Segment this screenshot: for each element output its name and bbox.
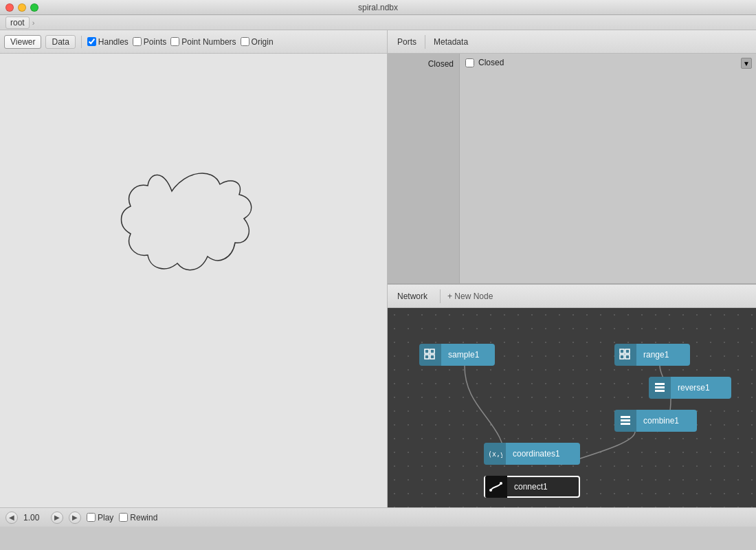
xy-icon: (x,y)	[487, 448, 502, 460]
play-label: Play	[98, 513, 113, 522]
maximize-button[interactable]	[30, 3, 38, 12]
svg-rect-3	[430, 355, 434, 359]
playback-value: 1.00	[23, 513, 45, 522]
sample1-icon	[419, 344, 441, 366]
grid-icon	[424, 349, 436, 361]
svg-rect-8	[655, 383, 665, 385]
svg-rect-12	[621, 419, 630, 421]
play-button[interactable]: ▶	[69, 512, 81, 524]
svg-rect-5	[625, 349, 630, 353]
grid-icon-2	[619, 349, 632, 361]
ports-meta-header: Ports Metadata	[388, 30, 756, 54]
node-range1[interactable]: range1	[614, 344, 690, 366]
toolbar-divider	[81, 36, 82, 48]
tab-network[interactable]: Network	[392, 290, 433, 302]
origin-label: Origin	[252, 37, 274, 47]
svg-point-15	[489, 489, 492, 492]
svg-rect-4	[620, 349, 624, 353]
network-area: Network + New Node	[388, 285, 756, 507]
svg-rect-7	[625, 355, 630, 359]
ports-meta-content: Closed Closed ▼	[388, 54, 756, 283]
coordinates1-label: coordinates1	[506, 449, 567, 459]
network-divider	[440, 289, 441, 303]
new-node-button[interactable]: + New Node	[447, 292, 493, 301]
curve-icon	[489, 481, 504, 493]
svg-text:(x,y): (x,y)	[488, 450, 502, 458]
node-reverse1[interactable]: reverse1	[649, 377, 731, 399]
node-sample1[interactable]: sample1	[419, 344, 495, 366]
node-combine1[interactable]: combine1	[614, 410, 697, 432]
rewind-check[interactable]: Rewind	[119, 513, 157, 522]
handles-check[interactable]: Handles	[87, 37, 129, 47]
svg-rect-2	[425, 355, 429, 359]
handles-label: Handles	[98, 37, 129, 47]
breadcrumb-root[interactable]: root	[5, 16, 30, 29]
rewind-label: Rewind	[130, 513, 157, 522]
ports-meta-area: Ports Metadata Closed Closed ▼	[388, 30, 756, 285]
svg-rect-13	[621, 423, 630, 425]
play-checkbox[interactable]	[87, 513, 96, 522]
shape-svg	[0, 54, 388, 507]
origin-checkbox[interactable]	[241, 37, 249, 46]
window-title: spiral.ndbx	[358, 3, 398, 12]
minimize-button[interactable]	[18, 3, 26, 12]
svg-rect-1	[430, 349, 434, 353]
metadata-dropdown-button[interactable]: ▼	[741, 58, 752, 69]
tab-metadata[interactable]: Metadata	[428, 36, 474, 48]
network-header: Network + New Node	[388, 285, 756, 308]
combine1-icon	[614, 410, 636, 432]
point-numbers-checkbox[interactable]	[170, 37, 179, 46]
point-numbers-check[interactable]: Point Numbers	[170, 37, 236, 47]
node-connect1[interactable]: connect1	[484, 476, 580, 498]
title-bar: spiral.ndbx	[0, 0, 756, 15]
points-checkbox[interactable]	[133, 37, 142, 46]
breadcrumb-bar: root ›	[0, 15, 756, 30]
sample1-label: sample1	[441, 350, 486, 360]
tab-viewer[interactable]: Viewer	[4, 35, 41, 49]
connect1-label: connect1	[507, 482, 555, 492]
tab-data[interactable]: Data	[45, 35, 75, 49]
viewer-canvas	[0, 54, 387, 507]
rewind-checkbox[interactable]	[119, 513, 128, 522]
metadata-column: Closed ▼	[460, 54, 756, 283]
close-button[interactable]	[5, 3, 14, 12]
range1-label: range1	[636, 350, 676, 360]
svg-rect-10	[655, 390, 665, 392]
window-controls[interactable]	[5, 3, 38, 12]
bottom-bar: ◀ 1.00 ▶ ▶ Play Rewind	[0, 507, 756, 527]
svg-point-16	[500, 482, 502, 485]
handles-checkbox[interactable]	[87, 37, 96, 46]
rewind-to-start-button[interactable]: ◀	[5, 512, 18, 524]
svg-rect-0	[425, 349, 429, 353]
reverse1-icon	[649, 377, 671, 399]
metadata-closed-checkbox[interactable]	[465, 58, 474, 67]
bars-icon-2	[619, 415, 632, 427]
play-check[interactable]: Play	[87, 513, 113, 522]
tab-ports[interactable]: Ports	[392, 36, 422, 48]
viewer-panel: Viewer Data Handles Points Point Numbers…	[0, 30, 388, 507]
bars-icon	[654, 382, 666, 394]
metadata-closed-row: Closed	[465, 58, 751, 67]
range1-icon	[614, 344, 636, 366]
ports-column: Closed	[388, 54, 460, 283]
svg-rect-6	[620, 355, 624, 359]
network-canvas[interactable]: sample1 range1	[388, 308, 756, 507]
port-label-closed: Closed	[428, 58, 454, 70]
svg-rect-9	[655, 386, 665, 388]
combine1-label: combine1	[636, 416, 686, 426]
right-panel: Ports Metadata Closed Closed ▼	[388, 30, 756, 507]
step-forward-button[interactable]: ▶	[51, 512, 63, 524]
points-check[interactable]: Points	[133, 37, 166, 47]
panel-tab-divider	[425, 35, 425, 49]
reverse1-label: reverse1	[671, 383, 717, 393]
viewer-toolbar: Viewer Data Handles Points Point Numbers…	[0, 30, 387, 54]
point-numbers-label: Point Numbers	[181, 37, 236, 47]
origin-check[interactable]: Origin	[241, 37, 274, 47]
metadata-closed-label: Closed	[478, 58, 504, 67]
svg-rect-11	[621, 416, 630, 418]
points-label: Points	[144, 37, 166, 47]
connect1-icon	[485, 476, 507, 498]
breadcrumb-arrow: ›	[32, 19, 35, 27]
coordinates1-icon: (x,y)	[484, 443, 506, 465]
node-coordinates1[interactable]: (x,y) coordinates1	[484, 443, 580, 465]
